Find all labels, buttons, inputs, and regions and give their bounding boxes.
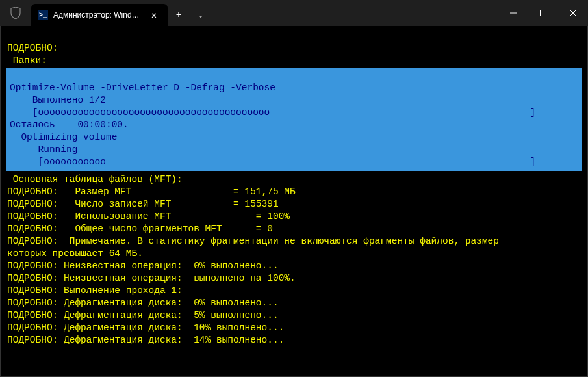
svg-rect-1 [541,10,546,16]
progress-bar-2: [ooooooooooo ] [10,157,535,167]
note-line-1: ПОДРОБНО: Примечание. В статистику фрагм… [7,236,499,246]
progress-command: Optimize-Volume -DriveLetter D -Defrag -… [10,83,275,93]
verbose-header: ПОДРОБНО: [7,43,58,53]
mft-size: ПОДРОБНО: Размер MFT = 151,75 МБ [7,187,296,197]
pass-1: ПОДРОБНО: Выполнение прохода 1: [7,285,183,296]
new-tab-button[interactable]: + [168,4,190,26]
tab-title: Администратор: Windows Po [53,10,143,20]
maximize-icon [540,10,546,16]
defrag-14: ПОДРОБНО: Дефрагментация диска: 14% выпо… [7,335,284,345]
shield-badge [0,0,31,26]
tab-dropdown-button[interactable]: ⌄ [190,4,212,26]
close-icon [570,10,576,16]
mft-usage: ПОДРОБНО: Использование MFT = 100% [7,211,290,222]
unknown-op-0: ПОДРОБНО: Неизвестная операция: 0% выпол… [7,261,279,271]
progress-bar-1: [ooooooooooooooooooooooooooooooooooooooo… [10,107,535,118]
defrag-10: ПОДРОБНО: Дефрагментация диска: 10% выпо… [7,322,284,333]
note-line-2: которых превышает 64 МБ. [7,248,143,259]
progress-running: Running [10,144,77,155]
titlebar: >_ Администратор: Windows Po ✕ + ⌄ [0,0,588,26]
tab-close-button[interactable]: ✕ [148,9,160,21]
titlebar-drag-area[interactable] [212,0,498,26]
folders-label: Папки: [7,55,47,66]
mft-records: ПОДРОБНО: Число записей MFT = 155391 [7,199,279,209]
minimize-icon [510,10,517,16]
tab[interactable]: >_ Администратор: Windows Po ✕ [31,4,168,26]
shield-icon [10,7,21,19]
progress-optimizing: Optimizing volume [10,132,117,142]
terminal-output[interactable]: ПОДРОБНО: Папки: Optimize-Volume -DriveL… [0,26,588,377]
maximize-button[interactable] [528,0,558,26]
progress-block: Optimize-Volume -DriveLetter D -Defrag -… [6,68,582,171]
defrag-5: ПОДРОБНО: Дефрагментация диска: 5% выпол… [7,310,279,320]
mft-header: Основная таблица файлов (MFT): [7,174,183,185]
defrag-0: ПОДРОБНО: Дефрагментация диска: 0% выпол… [7,298,279,308]
window-controls [498,0,588,26]
unknown-op-100: ПОДРОБНО: Неизвестная операция: выполнен… [7,273,296,283]
close-button[interactable] [558,0,588,26]
progress-done: Выполнено 1/2 [10,95,106,105]
mft-fragments: ПОДРОБНО: Общее число фрагментов MFT = 0 [7,224,273,234]
progress-remaining: Осталось 00:00:00. [10,120,129,130]
powershell-icon: >_ [38,10,48,20]
minimize-button[interactable] [498,0,528,26]
